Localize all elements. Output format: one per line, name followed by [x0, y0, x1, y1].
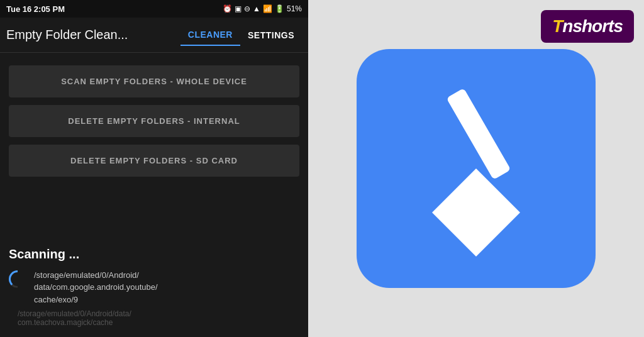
sim-icon: ▣: [235, 4, 242, 13]
status-bar: Tue 16 2:05 PM ⏰ ▣ ⊖ ▲ 📶 🔋 51%: [0, 0, 308, 18]
battery-percent: 51%: [287, 4, 302, 13]
android-app-panel: Tue 16 2:05 PM ⏰ ▣ ⊖ ▲ 📶 🔋 51% Empty Fol…: [0, 0, 308, 337]
tab-cleaner[interactable]: CLEANER: [180, 25, 240, 46]
inshorts-badge: Tnshorts: [541, 10, 634, 43]
delete-internal-button[interactable]: DELETE EMPTY FOLDERS - INTERNAL: [9, 105, 299, 137]
previous-scan-path: /storage/emulated/0/Android/data/com.tea…: [9, 309, 299, 327]
scanning-row: /storage/emulated/0/Android/data/com.goo…: [9, 269, 299, 306]
status-time: Tue 16 2:05 PM: [6, 4, 65, 14]
signal-icon: 📶: [263, 4, 272, 13]
current-scan-path: /storage/emulated/0/Android/data/com.goo…: [34, 269, 158, 306]
nav-bar: Empty Folder Clean... CLEANER SETTINGS: [0, 18, 308, 53]
scanning-section: Scanning ... /storage/emulated/0/Android…: [0, 237, 308, 338]
delete-sdcard-button[interactable]: DELETE EMPTY FOLDERS - SD CARD: [9, 145, 299, 177]
battery-icon: 🔋: [275, 4, 284, 13]
content-area: SCAN EMPTY FOLDERS - WHOLE DEVICE DELETE…: [0, 53, 308, 235]
inshorts-logo: Tnshorts: [552, 16, 623, 36]
scan-whole-device-button[interactable]: SCAN EMPTY FOLDERS - WHOLE DEVICE: [9, 65, 299, 97]
status-icons: ⏰ ▣ ⊖ ▲ 📶 🔋 51%: [223, 4, 302, 13]
tab-settings[interactable]: SETTINGS: [240, 25, 302, 45]
app-icon: [357, 49, 596, 288]
svg-rect-0: [447, 88, 511, 180]
svg-marker-1: [432, 168, 520, 257]
alarm-icon: ⏰: [223, 4, 232, 13]
wifi-icon: ▲: [253, 4, 260, 13]
app-title: Empty Folder Clean...: [6, 28, 180, 42]
dnd-icon: ⊖: [244, 4, 250, 13]
loading-spinner: [9, 270, 26, 288]
scanning-title: Scanning ...: [9, 247, 299, 262]
right-panel: Tnshorts: [308, 0, 644, 337]
broom-svg-icon: [394, 80, 558, 257]
